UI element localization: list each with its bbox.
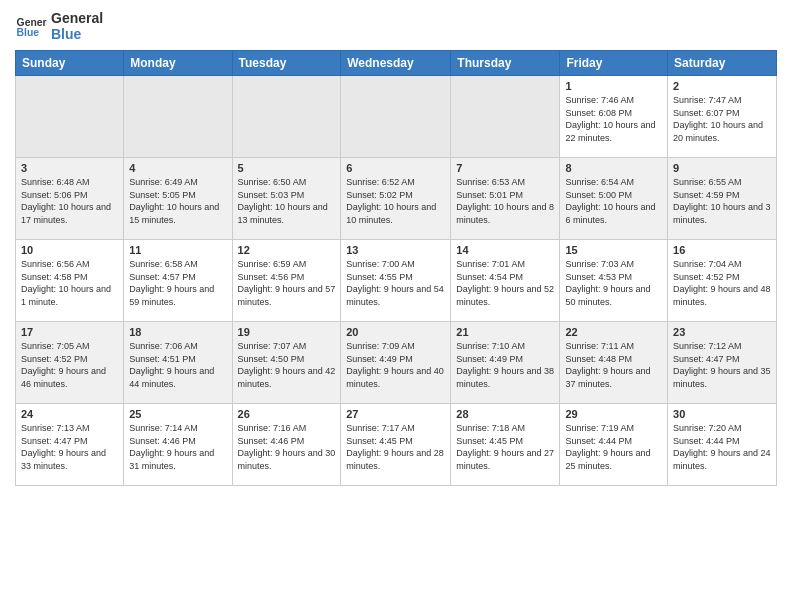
calendar-cell: 1Sunrise: 7:46 AMSunset: 6:08 PMDaylight… xyxy=(560,76,668,158)
day-info: Sunrise: 6:54 AMSunset: 5:00 PMDaylight:… xyxy=(565,176,662,226)
day-number: 23 xyxy=(673,326,771,338)
calendar-cell: 9Sunrise: 6:55 AMSunset: 4:59 PMDaylight… xyxy=(668,158,777,240)
day-number: 3 xyxy=(21,162,118,174)
day-number: 20 xyxy=(346,326,445,338)
day-number: 30 xyxy=(673,408,771,420)
day-number: 24 xyxy=(21,408,118,420)
calendar-cell xyxy=(124,76,232,158)
day-number: 5 xyxy=(238,162,336,174)
svg-text:Blue: Blue xyxy=(17,27,40,38)
calendar-cell: 4Sunrise: 6:49 AMSunset: 5:05 PMDaylight… xyxy=(124,158,232,240)
day-number: 16 xyxy=(673,244,771,256)
calendar-cell: 10Sunrise: 6:56 AMSunset: 4:58 PMDayligh… xyxy=(16,240,124,322)
calendar-week-row: 10Sunrise: 6:56 AMSunset: 4:58 PMDayligh… xyxy=(16,240,777,322)
calendar-cell xyxy=(232,76,341,158)
calendar-week-row: 3Sunrise: 6:48 AMSunset: 5:06 PMDaylight… xyxy=(16,158,777,240)
day-number: 12 xyxy=(238,244,336,256)
day-info: Sunrise: 6:59 AMSunset: 4:56 PMDaylight:… xyxy=(238,258,336,308)
day-number: 27 xyxy=(346,408,445,420)
day-info: Sunrise: 6:55 AMSunset: 4:59 PMDaylight:… xyxy=(673,176,771,226)
day-info: Sunrise: 6:49 AMSunset: 5:05 PMDaylight:… xyxy=(129,176,226,226)
day-info: Sunrise: 6:50 AMSunset: 5:03 PMDaylight:… xyxy=(238,176,336,226)
calendar-cell: 17Sunrise: 7:05 AMSunset: 4:52 PMDayligh… xyxy=(16,322,124,404)
calendar-cell: 16Sunrise: 7:04 AMSunset: 4:52 PMDayligh… xyxy=(668,240,777,322)
day-info: Sunrise: 7:00 AMSunset: 4:55 PMDaylight:… xyxy=(346,258,445,308)
day-info: Sunrise: 7:04 AMSunset: 4:52 PMDaylight:… xyxy=(673,258,771,308)
calendar-cell: 15Sunrise: 7:03 AMSunset: 4:53 PMDayligh… xyxy=(560,240,668,322)
day-number: 28 xyxy=(456,408,554,420)
calendar-cell: 19Sunrise: 7:07 AMSunset: 4:50 PMDayligh… xyxy=(232,322,341,404)
day-number: 17 xyxy=(21,326,118,338)
day-number: 10 xyxy=(21,244,118,256)
weekday-header-wednesday: Wednesday xyxy=(341,51,451,76)
day-info: Sunrise: 6:53 AMSunset: 5:01 PMDaylight:… xyxy=(456,176,554,226)
day-number: 4 xyxy=(129,162,226,174)
day-info: Sunrise: 7:17 AMSunset: 4:45 PMDaylight:… xyxy=(346,422,445,472)
calendar-table: SundayMondayTuesdayWednesdayThursdayFrid… xyxy=(15,50,777,486)
calendar-cell: 22Sunrise: 7:11 AMSunset: 4:48 PMDayligh… xyxy=(560,322,668,404)
calendar-cell: 28Sunrise: 7:18 AMSunset: 4:45 PMDayligh… xyxy=(451,404,560,486)
calendar-cell xyxy=(451,76,560,158)
calendar-cell: 30Sunrise: 7:20 AMSunset: 4:44 PMDayligh… xyxy=(668,404,777,486)
logo: General Blue General Blue xyxy=(15,10,103,42)
day-info: Sunrise: 7:19 AMSunset: 4:44 PMDaylight:… xyxy=(565,422,662,472)
day-info: Sunrise: 7:09 AMSunset: 4:49 PMDaylight:… xyxy=(346,340,445,390)
weekday-header-sunday: Sunday xyxy=(16,51,124,76)
day-number: 1 xyxy=(565,80,662,92)
calendar-cell: 27Sunrise: 7:17 AMSunset: 4:45 PMDayligh… xyxy=(341,404,451,486)
calendar-cell: 6Sunrise: 6:52 AMSunset: 5:02 PMDaylight… xyxy=(341,158,451,240)
calendar-cell: 18Sunrise: 7:06 AMSunset: 4:51 PMDayligh… xyxy=(124,322,232,404)
weekday-header-monday: Monday xyxy=(124,51,232,76)
day-info: Sunrise: 7:01 AMSunset: 4:54 PMDaylight:… xyxy=(456,258,554,308)
day-number: 6 xyxy=(346,162,445,174)
day-info: Sunrise: 7:18 AMSunset: 4:45 PMDaylight:… xyxy=(456,422,554,472)
weekday-header-thursday: Thursday xyxy=(451,51,560,76)
calendar-cell: 21Sunrise: 7:10 AMSunset: 4:49 PMDayligh… xyxy=(451,322,560,404)
calendar-cell: 29Sunrise: 7:19 AMSunset: 4:44 PMDayligh… xyxy=(560,404,668,486)
day-number: 21 xyxy=(456,326,554,338)
day-info: Sunrise: 7:06 AMSunset: 4:51 PMDaylight:… xyxy=(129,340,226,390)
header: General Blue General Blue xyxy=(15,10,777,42)
calendar-cell: 26Sunrise: 7:16 AMSunset: 4:46 PMDayligh… xyxy=(232,404,341,486)
calendar-cell xyxy=(16,76,124,158)
day-info: Sunrise: 7:14 AMSunset: 4:46 PMDaylight:… xyxy=(129,422,226,472)
day-info: Sunrise: 7:16 AMSunset: 4:46 PMDaylight:… xyxy=(238,422,336,472)
day-number: 9 xyxy=(673,162,771,174)
day-number: 11 xyxy=(129,244,226,256)
calendar-cell: 5Sunrise: 6:50 AMSunset: 5:03 PMDaylight… xyxy=(232,158,341,240)
calendar-cell: 25Sunrise: 7:14 AMSunset: 4:46 PMDayligh… xyxy=(124,404,232,486)
day-info: Sunrise: 7:03 AMSunset: 4:53 PMDaylight:… xyxy=(565,258,662,308)
day-info: Sunrise: 7:11 AMSunset: 4:48 PMDaylight:… xyxy=(565,340,662,390)
calendar-cell: 2Sunrise: 7:47 AMSunset: 6:07 PMDaylight… xyxy=(668,76,777,158)
calendar-week-row: 24Sunrise: 7:13 AMSunset: 4:47 PMDayligh… xyxy=(16,404,777,486)
page-container: General Blue General Blue SundayMondayTu… xyxy=(0,0,792,491)
calendar-cell: 11Sunrise: 6:58 AMSunset: 4:57 PMDayligh… xyxy=(124,240,232,322)
day-number: 14 xyxy=(456,244,554,256)
calendar-header-row: SundayMondayTuesdayWednesdayThursdayFrid… xyxy=(16,51,777,76)
logo-text-blue: Blue xyxy=(51,26,103,42)
day-info: Sunrise: 7:46 AMSunset: 6:08 PMDaylight:… xyxy=(565,94,662,144)
weekday-header-tuesday: Tuesday xyxy=(232,51,341,76)
day-number: 26 xyxy=(238,408,336,420)
calendar-week-row: 1Sunrise: 7:46 AMSunset: 6:08 PMDaylight… xyxy=(16,76,777,158)
day-info: Sunrise: 6:52 AMSunset: 5:02 PMDaylight:… xyxy=(346,176,445,226)
day-number: 29 xyxy=(565,408,662,420)
calendar-cell: 3Sunrise: 6:48 AMSunset: 5:06 PMDaylight… xyxy=(16,158,124,240)
calendar-cell: 12Sunrise: 6:59 AMSunset: 4:56 PMDayligh… xyxy=(232,240,341,322)
day-info: Sunrise: 7:07 AMSunset: 4:50 PMDaylight:… xyxy=(238,340,336,390)
day-info: Sunrise: 7:12 AMSunset: 4:47 PMDaylight:… xyxy=(673,340,771,390)
calendar-cell: 7Sunrise: 6:53 AMSunset: 5:01 PMDaylight… xyxy=(451,158,560,240)
day-info: Sunrise: 7:47 AMSunset: 6:07 PMDaylight:… xyxy=(673,94,771,144)
calendar-cell: 14Sunrise: 7:01 AMSunset: 4:54 PMDayligh… xyxy=(451,240,560,322)
day-number: 19 xyxy=(238,326,336,338)
day-number: 13 xyxy=(346,244,445,256)
calendar-cell: 8Sunrise: 6:54 AMSunset: 5:00 PMDaylight… xyxy=(560,158,668,240)
day-number: 18 xyxy=(129,326,226,338)
weekday-header-saturday: Saturday xyxy=(668,51,777,76)
day-info: Sunrise: 6:48 AMSunset: 5:06 PMDaylight:… xyxy=(21,176,118,226)
day-info: Sunrise: 7:05 AMSunset: 4:52 PMDaylight:… xyxy=(21,340,118,390)
day-number: 25 xyxy=(129,408,226,420)
calendar-cell: 13Sunrise: 7:00 AMSunset: 4:55 PMDayligh… xyxy=(341,240,451,322)
day-info: Sunrise: 7:10 AMSunset: 4:49 PMDaylight:… xyxy=(456,340,554,390)
day-number: 7 xyxy=(456,162,554,174)
